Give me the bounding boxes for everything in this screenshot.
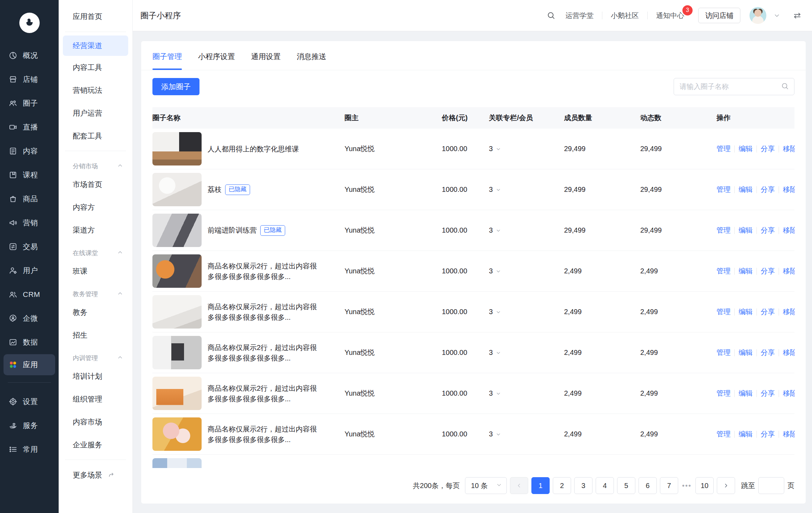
manage-link[interactable]: 管理 xyxy=(716,266,731,276)
sidebar-item-apps[interactable]: 应用 xyxy=(4,354,55,375)
chevron-down-icon[interactable] xyxy=(773,12,780,19)
submenu-item[interactable]: 企业服务 xyxy=(59,433,132,456)
sidebar-item-service[interactable]: 服务 xyxy=(0,414,59,437)
edit-link[interactable]: 编辑 xyxy=(739,144,753,154)
manage-link[interactable]: 管理 xyxy=(716,348,731,357)
submenu-item[interactable]: 用户运营 xyxy=(59,102,132,124)
submenu-item[interactable]: 内容市场 xyxy=(59,410,132,433)
submenu-group-distribution[interactable]: 分销市场 xyxy=(59,155,132,173)
tab[interactable]: 小程序设置 xyxy=(198,52,235,70)
sidebar-item-live[interactable]: 直播 xyxy=(0,115,59,139)
remove-link[interactable]: 移除 xyxy=(783,389,794,398)
share-link[interactable]: 分享 xyxy=(761,307,775,317)
share-link[interactable]: 分享 xyxy=(761,389,775,398)
submenu-group-online-class[interactable]: 在线课堂 xyxy=(59,241,132,260)
submenu-item[interactable]: 班课 xyxy=(59,260,132,283)
sidebar-item-crm[interactable]: CRM xyxy=(0,283,59,306)
edit-link[interactable]: 编辑 xyxy=(739,226,753,235)
associated-count-dropdown[interactable]: 3 xyxy=(489,267,564,275)
share-link[interactable]: 分享 xyxy=(761,429,775,439)
tab[interactable]: 通用设置 xyxy=(251,52,281,70)
header-link-academy[interactable]: 运营学堂 xyxy=(565,11,594,20)
page-number-button[interactable]: 5 xyxy=(617,477,635,494)
submenu-item[interactable]: 组织管理 xyxy=(59,388,132,410)
sidebar-item-shop[interactable]: 店铺 xyxy=(0,67,59,91)
sidebar-item-wecom[interactable]: 企微 xyxy=(0,306,59,330)
manage-link[interactable]: 管理 xyxy=(716,185,731,194)
submenu-item[interactable]: 招生 xyxy=(59,324,132,346)
sidebar-item-overview[interactable]: 概况 xyxy=(0,44,59,67)
manage-link[interactable]: 管理 xyxy=(716,226,731,235)
sidebar-item-goods[interactable]: 商品 xyxy=(0,187,59,211)
sidebar-item-content[interactable]: 内容 xyxy=(0,139,59,163)
sidebar-item-frequent[interactable]: 常用 xyxy=(0,437,59,461)
sidebar-item-data[interactable]: 数据 xyxy=(0,330,59,354)
submenu-more-scenes[interactable]: 更多场景 xyxy=(59,463,132,486)
submenu-item[interactable]: 教务 xyxy=(59,301,132,324)
manage-link[interactable]: 管理 xyxy=(716,389,731,398)
page-number-button[interactable]: 1 xyxy=(531,477,550,494)
associated-count-dropdown[interactable]: 3 xyxy=(489,430,564,438)
share-link[interactable]: 分享 xyxy=(761,348,775,357)
edit-link[interactable]: 编辑 xyxy=(739,307,753,317)
associated-count-dropdown[interactable]: 3 xyxy=(489,389,564,397)
remove-link[interactable]: 移除 xyxy=(783,144,794,154)
manage-link[interactable]: 管理 xyxy=(716,307,731,317)
edit-link[interactable]: 编辑 xyxy=(739,429,753,439)
brand-logo[interactable] xyxy=(19,13,40,33)
submenu-item[interactable]: 内容方 xyxy=(59,196,132,219)
page-number-button[interactable]: 3 xyxy=(574,477,592,494)
header-link-community[interactable]: 小鹅社区 xyxy=(611,11,639,20)
share-link[interactable]: 分享 xyxy=(761,185,775,194)
sidebar-item-marketing[interactable]: 营销 xyxy=(0,211,59,235)
edit-link[interactable]: 编辑 xyxy=(739,348,753,357)
remove-link[interactable]: 移除 xyxy=(783,348,794,357)
edit-link[interactable]: 编辑 xyxy=(739,266,753,276)
associated-count-dropdown[interactable]: 3 xyxy=(489,186,564,194)
submenu-item[interactable]: 培训计划 xyxy=(59,365,132,388)
submenu-item[interactable]: 配套工具 xyxy=(59,124,132,147)
add-circle-button[interactable]: 添加圈子 xyxy=(152,78,199,95)
prev-page-button[interactable] xyxy=(510,477,528,494)
associated-count-dropdown[interactable]: 3 xyxy=(489,349,564,357)
page-number-button[interactable]: 6 xyxy=(639,477,657,494)
sidebar-item-settings[interactable]: 设置 xyxy=(0,390,59,414)
submenu-item[interactable]: 内容工具 xyxy=(59,56,132,79)
remove-link[interactable]: 移除 xyxy=(783,429,794,439)
remove-link[interactable]: 移除 xyxy=(783,307,794,317)
associated-count-dropdown[interactable]: 3 xyxy=(489,145,564,153)
page-number-button[interactable]: 4 xyxy=(596,477,614,494)
last-page-button[interactable]: 10 xyxy=(695,477,714,494)
avatar[interactable] xyxy=(749,7,766,24)
edit-link[interactable]: 编辑 xyxy=(739,389,753,398)
tab[interactable]: 消息推送 xyxy=(297,52,326,70)
visit-shop-button[interactable]: 访问店铺 xyxy=(698,8,740,23)
associated-count-dropdown[interactable]: 3 xyxy=(489,226,564,234)
sidebar-item-users[interactable]: 用户 xyxy=(0,259,59,283)
remove-link[interactable]: 移除 xyxy=(783,226,794,235)
jump-page-input[interactable] xyxy=(758,477,784,494)
next-page-button[interactable] xyxy=(717,477,735,494)
search-icon[interactable] xyxy=(781,82,789,92)
share-link[interactable]: 分享 xyxy=(761,226,775,235)
submenu-item[interactable]: 市场首页 xyxy=(59,173,132,196)
manage-link[interactable]: 管理 xyxy=(716,144,731,154)
search-icon[interactable] xyxy=(546,11,556,20)
tab[interactable]: 圈子管理 xyxy=(152,52,182,70)
share-link[interactable]: 分享 xyxy=(761,144,775,154)
remove-link[interactable]: 移除 xyxy=(783,185,794,194)
sidebar-item-course[interactable]: 课程 xyxy=(0,163,59,187)
page-number-button[interactable]: 7 xyxy=(660,477,678,494)
sidebar-item-trade[interactable]: 交易 xyxy=(0,235,59,259)
submenu-group-academic[interactable]: 教务管理 xyxy=(59,283,132,301)
edit-link[interactable]: 编辑 xyxy=(739,185,753,194)
submenu-item-selected[interactable]: 经营渠道 xyxy=(63,35,128,56)
circle-search-input[interactable] xyxy=(680,83,781,91)
submenu-app-home[interactable]: 应用首页 xyxy=(59,0,132,28)
submenu-group-training[interactable]: 内训管理 xyxy=(59,346,132,365)
remove-link[interactable]: 移除 xyxy=(783,266,794,276)
submenu-item[interactable]: 渠道方 xyxy=(59,219,132,241)
submenu-item[interactable]: 营销玩法 xyxy=(59,79,132,102)
header-link-notifications[interactable]: 通知中心 3 xyxy=(656,11,684,20)
switch-account-icon[interactable] xyxy=(792,11,802,20)
